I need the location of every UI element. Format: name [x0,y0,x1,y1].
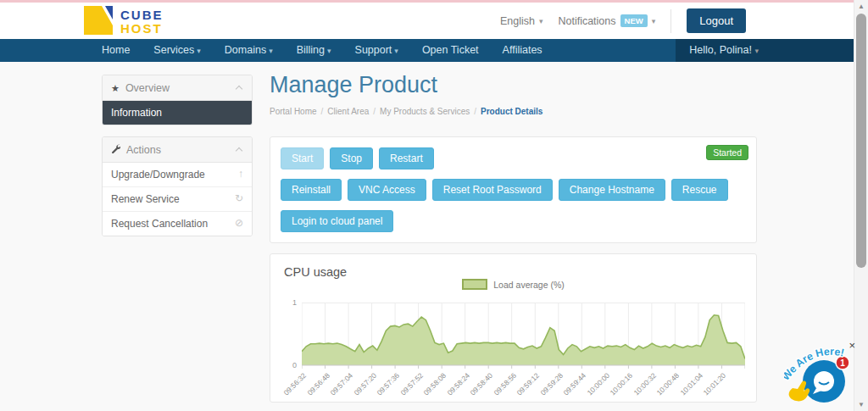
chevron-down-icon: ▾ [539,17,543,25]
login-to-cloud-panel-button[interactable]: Login to cloud panel [281,210,393,232]
sidebar-item-renew-service[interactable]: Renew Service↻ [103,186,252,211]
controls-card: Started StartStopRestart ReinstallVNC Ac… [270,136,757,243]
status-badge: Started [706,145,748,160]
chevron-down-icon: ▾ [327,47,331,55]
breadcrumb: Portal Home/Client Area/My Products & Se… [270,107,757,116]
y-tick-min: 0 [285,361,297,369]
header: CUBE HOST English ▾ Notifications NEW ▾ … [0,3,854,39]
actions-title: Actions [126,144,161,156]
sidebar-item-request-cancellation[interactable]: Request Cancellation⊘ [103,211,252,236]
reinstall-button[interactable]: Reinstall [281,179,342,201]
breadcrumb-portal-home[interactable]: Portal Home [270,107,317,116]
vnc-access-button[interactable]: VNC Access [348,179,426,201]
cpu-chart [302,303,745,370]
language-dropdown[interactable]: English ▾ [500,15,543,27]
sidebar-item-upgrade-downgrade[interactable]: Upgrade/Downgrade↑ [103,163,252,186]
stop-button[interactable]: Stop [330,147,373,169]
x-axis-labels: 09:56:3209:56:4809:57:0409:57:2009:57:36… [302,369,745,403]
close-icon[interactable]: × [849,341,855,351]
chevron-down-icon: ▾ [394,47,398,55]
chevron-down-icon: ▾ [197,47,201,55]
user-menu[interactable]: Hello, Polina! ▾ [676,39,854,62]
actions-panel-header[interactable]: Actions [103,137,252,163]
scrollbar-thumb[interactable] [856,14,866,268]
breadcrumb-separator: / [373,107,376,116]
breadcrumb-product-details: Product Details [481,107,542,116]
arrow-up-icon: ↑ [238,168,243,180]
header-divider [670,9,671,33]
wrench-icon [111,145,120,155]
chat-widget[interactable]: × 1 We Are Here! [784,337,862,411]
user-menu-label: Hello, Polina! [689,44,752,56]
chart-title: CPU usage [270,254,756,279]
chevron-down-icon: ▾ [754,47,759,55]
rescue-button[interactable]: Rescue [671,179,728,201]
breadcrumb-separator: / [321,107,324,116]
chart-legend: Load average (%) [270,279,756,290]
chevron-down-icon: ▾ [652,17,656,25]
chevron-up-icon [236,147,242,154]
legend-label: Load average (%) [493,280,564,290]
actions-panel: Actions Upgrade/Downgrade↑Renew Service↻… [102,136,253,236]
svg-text:1: 1 [840,358,845,368]
sidebar-item-information[interactable]: Information [103,101,252,125]
sidebar: ★Overview Information Actions Upgrade/Do… [102,75,253,247]
panel-buttons-row: Login to cloud panel [281,210,746,232]
nav-item-billing[interactable]: Billing▾ [285,39,343,62]
logo[interactable]: CUBE HOST [83,5,164,39]
chevron-down-icon: ▾ [269,47,273,55]
nav-items: HomeServices▾Domains▾Billing▾Support▾Ope… [90,39,554,62]
cpu-load-area-series [302,315,745,365]
overview-panel-header[interactable]: ★Overview [103,75,252,101]
logo-icon [83,5,114,39]
breadcrumb-separator: / [474,107,476,116]
restart-button[interactable]: Restart [379,147,434,169]
star-icon: ★ [111,83,120,93]
notifications-new-badge: NEW [620,14,648,27]
nav-spacer [554,39,676,62]
nav-item-affiliates[interactable]: Affiliates [491,39,554,62]
overview-panel: ★Overview Information [102,75,253,125]
nav-item-services[interactable]: Services▾ [142,39,212,62]
cpu-usage-card: CPU usage Load average (%) 1 0 09:56:320… [270,253,757,403]
power-buttons-row: StartStopRestart [281,147,746,169]
nav-item-support[interactable]: Support▾ [343,39,410,62]
ban-icon: ⊘ [235,217,243,229]
language-label: English [500,15,535,27]
nav-item-home[interactable]: Home [90,39,142,62]
notifications-label: Notifications [558,15,615,27]
management-buttons-row: ReinstallVNC AccessReset Root PasswordCh… [281,179,746,201]
breadcrumb-my-products-services[interactable]: My Products & Services [380,107,470,116]
main-panel: Manage Product Portal Home/Client Area/M… [270,72,757,411]
content-area: ★Overview Information Actions Upgrade/Do… [0,62,854,411]
overview-title: Overview [125,82,170,94]
scroll-up-arrow-icon[interactable]: ▲ [854,0,868,13]
refresh-icon: ↻ [235,192,243,204]
logo-text: CUBE HOST [120,8,164,36]
action-items: Upgrade/Downgrade↑Renew Service↻Request … [103,163,252,236]
logout-button[interactable]: Logout [687,8,746,33]
y-tick-max: 1 [285,298,297,307]
notifications-dropdown[interactable]: Notifications NEW ▾ [558,14,655,27]
change-hostname-button[interactable]: Change Hostname [559,179,665,201]
main-nav: HomeServices▾Domains▾Billing▾Support▾Ope… [0,39,854,62]
logo-line2: HOST [120,22,164,36]
start-button[interactable]: Start [281,147,324,169]
nav-item-open-ticket[interactable]: Open Ticket [410,39,491,62]
cpu-chart-svg [302,303,745,370]
page-title: Manage Product [270,72,757,98]
nav-left-gap [0,39,90,62]
chevron-up-icon [236,86,242,92]
nav-item-domains[interactable]: Domains▾ [213,39,285,62]
legend-swatch [462,279,487,290]
reset-root-password-button[interactable]: Reset Root Password [432,179,553,201]
breadcrumb-client-area[interactable]: Client Area [327,107,369,116]
logo-line1: CUBE [120,8,164,22]
